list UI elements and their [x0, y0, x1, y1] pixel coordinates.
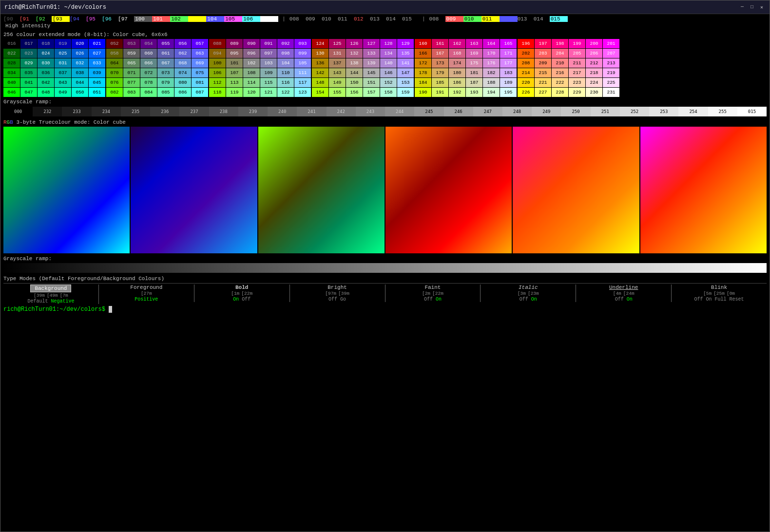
maximize-button[interactable]: □: [748, 3, 756, 11]
standard-colors-row: [90 [91 [92 [93 [94 [95 [96 [97 100 101 …: [3, 16, 767, 22]
color256-header: 256 colour extended mode (8-bit): Color …: [3, 32, 767, 38]
window-title: rich@RichTurn01: ~/dev/colors: [4, 4, 106, 11]
tm-foreground: Foreground [27m Positive: [99, 285, 194, 302]
close-button[interactable]: ✕: [758, 3, 766, 11]
gs-cell-250: 250: [561, 107, 590, 116]
tm-underline: Underline [4m[24m Off On: [576, 285, 672, 302]
minimize-button[interactable]: ─: [738, 3, 746, 11]
gs-cell-255: 255: [708, 107, 737, 116]
tc-block-yellow-green: [258, 127, 385, 253]
gs-cell-244: 244: [385, 107, 414, 116]
color-block-3: 088 089 090 091 092 093 094 095 096 097 …: [209, 39, 311, 97]
color-block-1: 016 017 018 019 020 021 022 023 024 025 …: [3, 39, 105, 97]
gs-cell-234: 234: [92, 107, 121, 116]
tm-italic: Italic [3m[23m Off On: [481, 285, 576, 302]
gs-cell-248: 248: [502, 107, 532, 116]
cursor: [109, 306, 112, 313]
gs-cell-249: 249: [532, 107, 561, 116]
terminal-prompt: rich@RichTurn01:~/dev/colors$: [3, 306, 767, 313]
tm-faint: Faint [2m[22m Off On: [385, 285, 481, 302]
gs-cell-238: 238: [209, 107, 238, 116]
tc-block-orange-red: [385, 127, 512, 253]
color-block-6: 196 197 198 199 200 201 202 203 204 205 …: [518, 39, 619, 97]
color-cell-016: 016: [3, 39, 20, 48]
titlebar: rich@RichTurn01: ~/dev/colors ─ □ ✕: [0, 0, 770, 14]
gs-cell-240: 240: [268, 107, 297, 116]
truecolor-grid: [3, 127, 767, 253]
tm-background: Background [39m[49m[7m Default Negative: [3, 285, 99, 304]
grayscale-ramp-section: Grayscale ramp:: [3, 99, 767, 105]
gs-cell-254: 254: [678, 107, 708, 116]
gs-cell-251: 251: [591, 107, 620, 116]
color-block-2: 052 053 054 055 056 057 058 059 060 061 …: [106, 39, 208, 97]
background-box: Background: [30, 285, 71, 292]
tm-bold: Bold [1m[22m On Off: [194, 285, 290, 302]
color-block-5: 160 161 162 163 164 165 166 167 168 169 …: [415, 39, 517, 97]
type-modes-row: Background [39m[49m[7m Default Negative …: [3, 283, 767, 304]
grayscale-ramp-2: [3, 263, 767, 273]
gs-cell-253: 253: [649, 107, 678, 116]
gs-cell-241: 241: [297, 107, 326, 116]
color-cube-grid: 016 017 018 019 020 021 022 023 024 025 …: [3, 39, 767, 97]
grayscale-label-2: Grayscale ramp:: [3, 255, 767, 262]
tc-block-magenta-yellow: [640, 127, 767, 253]
tc-block-blue-purple: [131, 127, 257, 253]
window-controls[interactable]: ─ □ ✕: [738, 3, 766, 11]
tm-bright: Bright [97m[39m Off Go: [290, 285, 385, 302]
gs-cell-232: 232: [33, 107, 62, 116]
gs-cell-236: 236: [150, 107, 179, 116]
gs-cell-239: 239: [238, 107, 268, 116]
tc-block-pink-orange: [513, 127, 639, 253]
gs-cell-245: 245: [414, 107, 443, 116]
type-modes-section: Type Modes (Default Foreground/Backgroun…: [3, 276, 767, 304]
gs-cell-000: 000: [3, 107, 33, 116]
truecolor-section-label: RGB 3-byte Truecolour mode: Color cube: [3, 119, 767, 125]
grayscale-label: Grayscale ramp:: [3, 99, 52, 105]
tm-blink: Blink [5m[25m[0m Off On Full Reset: [672, 285, 767, 302]
terminal-content: [90 [91 [92 [93 [94 [95 [96 [97 100 101 …: [0, 14, 770, 315]
gs-cell-252: 252: [620, 107, 649, 116]
gs-cell-242: 242: [327, 107, 356, 116]
gs-cell-015: 015: [737, 107, 767, 116]
type-modes-header: Type Modes (Default Foreground/Backgroun…: [3, 276, 767, 282]
gs-cell-235: 235: [121, 107, 150, 116]
tc-block-green-cyan: [3, 127, 130, 253]
gs-cell-233: 233: [62, 107, 91, 116]
gs-cell-246: 246: [444, 107, 473, 116]
gs-cell-237: 237: [179, 107, 209, 116]
gs-cell-247: 247: [473, 107, 502, 116]
grayscale-ramp: 0002322332342352362372382392402412422432…: [3, 107, 767, 116]
high-intensity-label: High intensity: [3, 23, 767, 29]
color-block-4: 124 125 126 127 128 129 130 131 132 133 …: [312, 39, 414, 97]
gs-cell-243: 243: [356, 107, 385, 116]
